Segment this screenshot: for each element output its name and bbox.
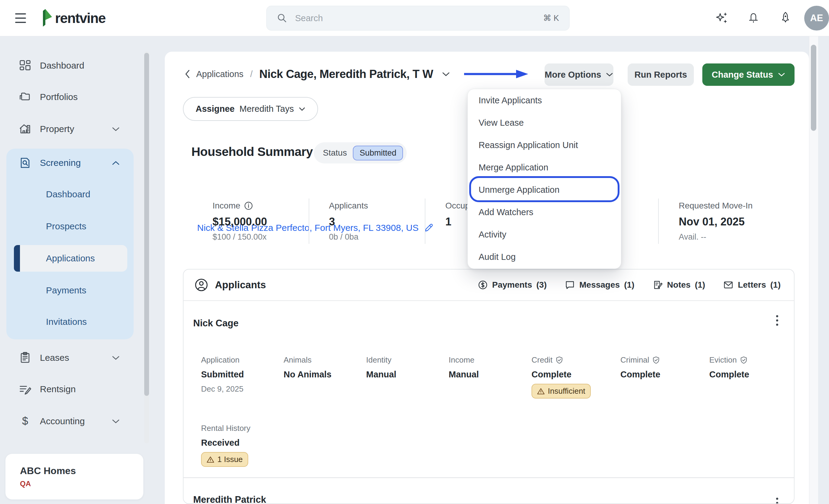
info-icon[interactable] <box>244 201 253 210</box>
sidebar-item-accounting[interactable]: $ Accounting <box>19 411 140 432</box>
tab-letters[interactable]: Letters (1) <box>723 280 781 290</box>
chevron-down-icon <box>299 107 305 111</box>
sidebar-subitem-prospects[interactable]: Prospects <box>46 217 86 236</box>
organization-card[interactable]: ABC Homes QA <box>5 454 143 500</box>
rentvine-logo-icon[interactable] <box>40 8 53 28</box>
sidebar-item-portfolios[interactable]: Portfolios <box>19 86 140 108</box>
applicant-name: Meredith Patrick <box>193 494 266 504</box>
assignee-value: Meredith Tays <box>240 104 294 114</box>
stat-divider <box>658 198 659 244</box>
menu-item-unmerge-application[interactable]: Unmerge Application <box>468 179 621 201</box>
shield-check-icon <box>740 356 748 364</box>
chevron-down-icon[interactable] <box>442 71 450 77</box>
notifications-bell-icon[interactable] <box>747 11 760 25</box>
tab-payments[interactable]: Payments (3) <box>478 280 547 290</box>
chevron-down-icon <box>112 127 120 131</box>
stat-move-in: Requested Move-In Nov 01, 2025 Avail. -- <box>679 201 753 242</box>
dollar-icon: $ <box>19 415 31 428</box>
sidebar-subitem-applications[interactable]: Applications <box>46 249 95 268</box>
tab-count: (1) <box>624 280 634 290</box>
rental-history-warning-label: 1 Issue <box>217 455 243 464</box>
sidebar-subitem-screening-dashboard[interactable]: Dashboard <box>46 185 91 204</box>
tab-notes[interactable]: Notes (1) <box>652 280 705 290</box>
applicants-value: 3 <box>329 216 368 228</box>
change-status-button[interactable]: Change Status <box>702 64 795 86</box>
menu-item-merge-application[interactable]: Merge Application <box>468 156 621 179</box>
sidebar-item-label: Screening <box>40 158 81 168</box>
sidebar-subitem-payments[interactable]: Payments <box>46 281 86 300</box>
credit-warning-label: Insufficient <box>548 386 585 396</box>
main-scrollbar-thumb[interactable] <box>811 45 816 131</box>
tab-label: Payments <box>492 280 532 290</box>
applicant-kebab-menu-icon[interactable] <box>771 314 783 327</box>
menu-item-reassign-application-unit[interactable]: Reassign Application Unit <box>468 134 621 156</box>
run-reports-button[interactable]: Run Reports <box>628 64 694 86</box>
file-search-icon <box>19 157 31 169</box>
logo-wordmark[interactable]: rentvine <box>55 10 106 26</box>
whats-new-rocket-icon[interactable] <box>779 11 792 25</box>
assignee-dropdown[interactable]: Assignee Meredith Tays <box>183 97 318 121</box>
menu-item-add-watchers[interactable]: Add Watchers <box>468 201 621 223</box>
sidebar-item-rentsign[interactable]: Rentsign <box>19 379 140 400</box>
field-credit: Credit Complete Insufficient <box>532 355 591 398</box>
chevron-down-icon <box>606 72 613 77</box>
chevron-left-icon <box>184 69 191 79</box>
search-input[interactable] <box>294 13 536 24</box>
income-value: $15,000.00 <box>213 216 267 228</box>
more-options-button[interactable]: More Options <box>544 64 613 86</box>
rental-history-warning-badge: 1 Issue <box>201 452 248 467</box>
chevron-down-icon <box>778 72 785 77</box>
status-badge[interactable]: Submitted <box>353 146 403 160</box>
chevron-down-icon <box>112 355 120 360</box>
page-title: Nick Cage, Meredith Patrick, T W <box>259 68 433 81</box>
assignee-label: Assignee <box>195 104 235 114</box>
edit-pencil-icon[interactable] <box>424 223 434 233</box>
warning-icon <box>207 456 214 463</box>
sidebar-item-label: Accounting <box>40 416 85 426</box>
income-label: Income <box>213 201 240 210</box>
sidebar: Dashboard Portfolios Property <box>0 36 157 504</box>
global-search[interactable]: ⌘ K <box>266 6 570 31</box>
sidebar-item-label: Leases <box>40 353 69 363</box>
change-status-label: Change Status <box>712 70 773 80</box>
applicants-card-header: Applicants Payments (3) <box>183 270 794 301</box>
ai-sparkles-icon[interactable] <box>715 11 729 25</box>
app-root: rentvine ⌘ K <box>0 0 829 504</box>
sidebar-subitem-invitations[interactable]: Invitations <box>46 312 87 332</box>
applicants-tabs: Payments (3) Messages (1) <box>478 280 781 290</box>
sidebar-item-property[interactable]: Property <box>19 118 140 140</box>
tab-label: Messages <box>579 280 620 290</box>
organization-name: ABC Homes <box>20 465 129 476</box>
applicants-sub: 0b / 0ba <box>329 232 368 242</box>
back-link[interactable]: Applications <box>184 69 243 79</box>
menu-item-audit-log[interactable]: Audit Log <box>468 246 621 268</box>
sidebar-scrollbar-thumb[interactable] <box>144 53 149 396</box>
annotation-arrow <box>464 67 529 81</box>
move-in-value: Nov 01, 2025 <box>679 216 753 228</box>
more-options-menu: Invite Applicants View Lease Reassign Ap… <box>467 89 621 269</box>
envelope-icon <box>723 280 733 290</box>
note-pencil-icon <box>652 280 663 290</box>
clipboard-icon <box>19 351 31 364</box>
applicant-row-divider <box>183 477 794 478</box>
chevron-down-icon <box>112 419 120 424</box>
sidebar-item-dashboard[interactable]: Dashboard <box>19 55 140 76</box>
selected-item-indicator <box>14 245 20 272</box>
tab-count: (1) <box>770 280 781 290</box>
menu-item-activity[interactable]: Activity <box>468 223 621 246</box>
menu-item-view-lease[interactable]: View Lease <box>468 112 621 134</box>
sidebar-item-leases[interactable]: Leases <box>19 347 140 368</box>
applicant-kebab-menu-icon[interactable] <box>771 496 783 504</box>
menu-item-invite-applicants[interactable]: Invite Applicants <box>468 89 621 112</box>
field-eviction: Eviction Complete <box>709 355 749 380</box>
user-avatar[interactable]: AE <box>804 6 829 31</box>
sidebar-item-screening[interactable]: Screening <box>19 152 140 173</box>
tab-label: Notes <box>667 280 690 290</box>
search-shortcut: ⌘ K <box>543 13 559 23</box>
tab-messages[interactable]: Messages (1) <box>565 280 634 290</box>
dashboard-grid-icon <box>19 59 31 72</box>
search-icon <box>277 13 287 23</box>
sidebar-item-label: Dashboard <box>40 61 84 71</box>
warning-icon <box>537 388 545 395</box>
hamburger-menu-icon[interactable] <box>15 13 26 23</box>
